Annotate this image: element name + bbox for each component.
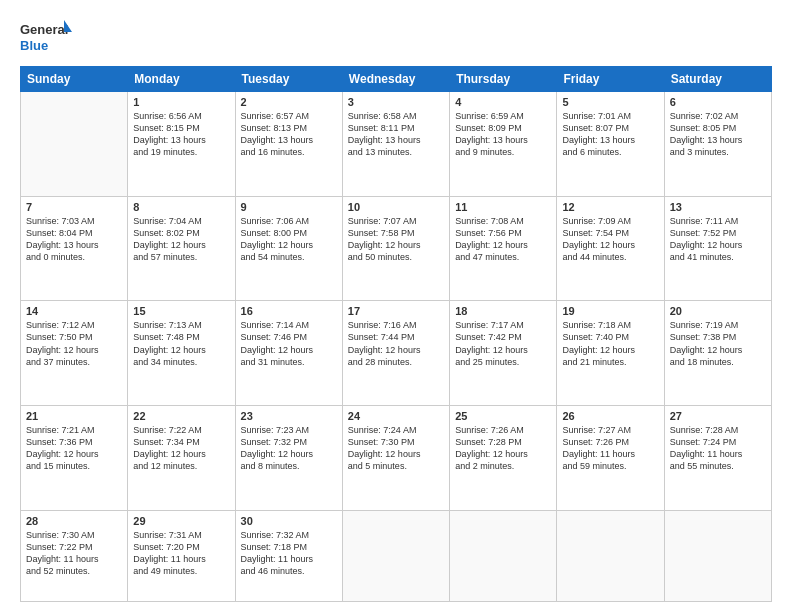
day-number: 21	[26, 410, 122, 422]
day-number: 8	[133, 201, 229, 213]
day-info: Sunrise: 7:32 AM Sunset: 7:18 PM Dayligh…	[241, 529, 337, 578]
dow-header-saturday: Saturday	[664, 67, 771, 92]
calendar-cell: 24Sunrise: 7:24 AM Sunset: 7:30 PM Dayli…	[342, 405, 449, 510]
calendar-cell: 4Sunrise: 6:59 AM Sunset: 8:09 PM Daylig…	[450, 92, 557, 197]
calendar-cell: 6Sunrise: 7:02 AM Sunset: 8:05 PM Daylig…	[664, 92, 771, 197]
day-info: Sunrise: 7:30 AM Sunset: 7:22 PM Dayligh…	[26, 529, 122, 578]
calendar-cell: 10Sunrise: 7:07 AM Sunset: 7:58 PM Dayli…	[342, 196, 449, 301]
day-info: Sunrise: 7:13 AM Sunset: 7:48 PM Dayligh…	[133, 319, 229, 368]
day-info: Sunrise: 7:06 AM Sunset: 8:00 PM Dayligh…	[241, 215, 337, 264]
dow-header-friday: Friday	[557, 67, 664, 92]
day-info: Sunrise: 6:57 AM Sunset: 8:13 PM Dayligh…	[241, 110, 337, 159]
day-info: Sunrise: 7:18 AM Sunset: 7:40 PM Dayligh…	[562, 319, 658, 368]
day-info: Sunrise: 7:23 AM Sunset: 7:32 PM Dayligh…	[241, 424, 337, 473]
day-number: 23	[241, 410, 337, 422]
calendar-cell: 26Sunrise: 7:27 AM Sunset: 7:26 PM Dayli…	[557, 405, 664, 510]
calendar-cell	[664, 510, 771, 601]
calendar-cell: 3Sunrise: 6:58 AM Sunset: 8:11 PM Daylig…	[342, 92, 449, 197]
calendar-cell: 20Sunrise: 7:19 AM Sunset: 7:38 PM Dayli…	[664, 301, 771, 406]
day-info: Sunrise: 7:01 AM Sunset: 8:07 PM Dayligh…	[562, 110, 658, 159]
calendar-cell: 9Sunrise: 7:06 AM Sunset: 8:00 PM Daylig…	[235, 196, 342, 301]
day-number: 24	[348, 410, 444, 422]
day-number: 25	[455, 410, 551, 422]
calendar-table: SundayMondayTuesdayWednesdayThursdayFrid…	[20, 66, 772, 602]
day-number: 7	[26, 201, 122, 213]
calendar-cell: 30Sunrise: 7:32 AM Sunset: 7:18 PM Dayli…	[235, 510, 342, 601]
calendar-cell: 16Sunrise: 7:14 AM Sunset: 7:46 PM Dayli…	[235, 301, 342, 406]
day-info: Sunrise: 7:02 AM Sunset: 8:05 PM Dayligh…	[670, 110, 766, 159]
calendar-cell: 14Sunrise: 7:12 AM Sunset: 7:50 PM Dayli…	[21, 301, 128, 406]
dow-header-monday: Monday	[128, 67, 235, 92]
day-info: Sunrise: 6:58 AM Sunset: 8:11 PM Dayligh…	[348, 110, 444, 159]
day-number: 17	[348, 305, 444, 317]
day-number: 29	[133, 515, 229, 527]
day-number: 10	[348, 201, 444, 213]
calendar-cell: 17Sunrise: 7:16 AM Sunset: 7:44 PM Dayli…	[342, 301, 449, 406]
calendar-cell: 1Sunrise: 6:56 AM Sunset: 8:15 PM Daylig…	[128, 92, 235, 197]
day-number: 2	[241, 96, 337, 108]
dow-header-wednesday: Wednesday	[342, 67, 449, 92]
calendar-cell: 8Sunrise: 7:04 AM Sunset: 8:02 PM Daylig…	[128, 196, 235, 301]
day-number: 15	[133, 305, 229, 317]
calendar-cell	[342, 510, 449, 601]
calendar-cell	[21, 92, 128, 197]
calendar-cell	[450, 510, 557, 601]
day-number: 20	[670, 305, 766, 317]
dow-header-sunday: Sunday	[21, 67, 128, 92]
calendar-cell: 11Sunrise: 7:08 AM Sunset: 7:56 PM Dayli…	[450, 196, 557, 301]
day-number: 26	[562, 410, 658, 422]
calendar-cell	[557, 510, 664, 601]
day-info: Sunrise: 6:59 AM Sunset: 8:09 PM Dayligh…	[455, 110, 551, 159]
calendar-cell: 25Sunrise: 7:26 AM Sunset: 7:28 PM Dayli…	[450, 405, 557, 510]
day-info: Sunrise: 7:21 AM Sunset: 7:36 PM Dayligh…	[26, 424, 122, 473]
calendar-cell: 22Sunrise: 7:22 AM Sunset: 7:34 PM Dayli…	[128, 405, 235, 510]
day-info: Sunrise: 7:11 AM Sunset: 7:52 PM Dayligh…	[670, 215, 766, 264]
svg-text:Blue: Blue	[20, 38, 48, 53]
svg-text:General: General	[20, 22, 68, 37]
day-info: Sunrise: 7:22 AM Sunset: 7:34 PM Dayligh…	[133, 424, 229, 473]
calendar-cell: 5Sunrise: 7:01 AM Sunset: 8:07 PM Daylig…	[557, 92, 664, 197]
day-info: Sunrise: 7:28 AM Sunset: 7:24 PM Dayligh…	[670, 424, 766, 473]
day-info: Sunrise: 6:56 AM Sunset: 8:15 PM Dayligh…	[133, 110, 229, 159]
day-number: 27	[670, 410, 766, 422]
day-info: Sunrise: 7:12 AM Sunset: 7:50 PM Dayligh…	[26, 319, 122, 368]
calendar-cell: 18Sunrise: 7:17 AM Sunset: 7:42 PM Dayli…	[450, 301, 557, 406]
calendar-cell: 29Sunrise: 7:31 AM Sunset: 7:20 PM Dayli…	[128, 510, 235, 601]
day-info: Sunrise: 7:07 AM Sunset: 7:58 PM Dayligh…	[348, 215, 444, 264]
day-number: 14	[26, 305, 122, 317]
day-info: Sunrise: 7:09 AM Sunset: 7:54 PM Dayligh…	[562, 215, 658, 264]
day-number: 11	[455, 201, 551, 213]
day-number: 3	[348, 96, 444, 108]
logo: General Blue	[20, 18, 72, 58]
calendar-cell: 15Sunrise: 7:13 AM Sunset: 7:48 PM Dayli…	[128, 301, 235, 406]
day-number: 9	[241, 201, 337, 213]
day-info: Sunrise: 7:24 AM Sunset: 7:30 PM Dayligh…	[348, 424, 444, 473]
calendar-cell: 28Sunrise: 7:30 AM Sunset: 7:22 PM Dayli…	[21, 510, 128, 601]
day-number: 6	[670, 96, 766, 108]
dow-header-thursday: Thursday	[450, 67, 557, 92]
day-number: 16	[241, 305, 337, 317]
day-number: 30	[241, 515, 337, 527]
day-info: Sunrise: 7:14 AM Sunset: 7:46 PM Dayligh…	[241, 319, 337, 368]
day-info: Sunrise: 7:08 AM Sunset: 7:56 PM Dayligh…	[455, 215, 551, 264]
day-number: 5	[562, 96, 658, 108]
calendar-cell: 7Sunrise: 7:03 AM Sunset: 8:04 PM Daylig…	[21, 196, 128, 301]
day-info: Sunrise: 7:04 AM Sunset: 8:02 PM Dayligh…	[133, 215, 229, 264]
calendar-cell: 2Sunrise: 6:57 AM Sunset: 8:13 PM Daylig…	[235, 92, 342, 197]
day-number: 19	[562, 305, 658, 317]
day-number: 22	[133, 410, 229, 422]
day-number: 4	[455, 96, 551, 108]
calendar-cell: 13Sunrise: 7:11 AM Sunset: 7:52 PM Dayli…	[664, 196, 771, 301]
day-info: Sunrise: 7:27 AM Sunset: 7:26 PM Dayligh…	[562, 424, 658, 473]
day-info: Sunrise: 7:19 AM Sunset: 7:38 PM Dayligh…	[670, 319, 766, 368]
day-info: Sunrise: 7:16 AM Sunset: 7:44 PM Dayligh…	[348, 319, 444, 368]
dow-header-tuesday: Tuesday	[235, 67, 342, 92]
day-info: Sunrise: 7:17 AM Sunset: 7:42 PM Dayligh…	[455, 319, 551, 368]
calendar-cell: 12Sunrise: 7:09 AM Sunset: 7:54 PM Dayli…	[557, 196, 664, 301]
day-info: Sunrise: 7:31 AM Sunset: 7:20 PM Dayligh…	[133, 529, 229, 578]
calendar-cell: 23Sunrise: 7:23 AM Sunset: 7:32 PM Dayli…	[235, 405, 342, 510]
day-number: 12	[562, 201, 658, 213]
calendar-cell: 27Sunrise: 7:28 AM Sunset: 7:24 PM Dayli…	[664, 405, 771, 510]
calendar-cell: 21Sunrise: 7:21 AM Sunset: 7:36 PM Dayli…	[21, 405, 128, 510]
day-number: 18	[455, 305, 551, 317]
